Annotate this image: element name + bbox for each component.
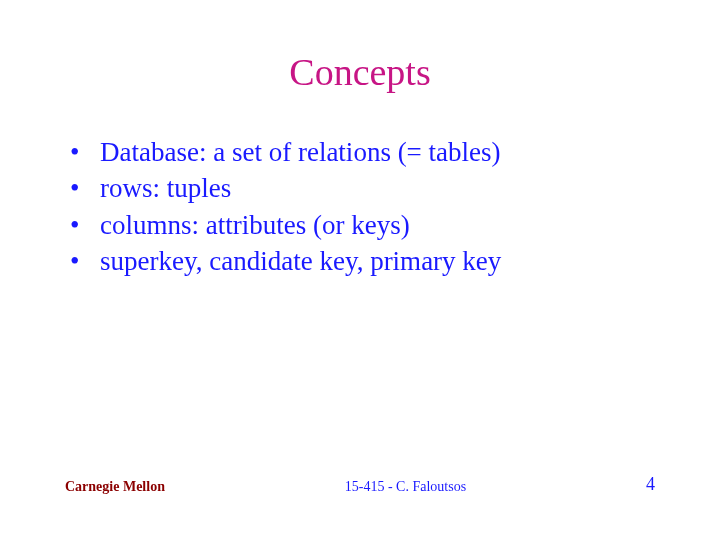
footer-org: Carnegie Mellon [65, 479, 165, 495]
slide-content: Database: a set of relations (= tables) … [60, 134, 660, 474]
list-item: Database: a set of relations (= tables) [70, 134, 660, 170]
list-item: columns: attributes (or keys) [70, 207, 660, 243]
slide: Concepts Database: a set of relations (=… [0, 0, 720, 540]
list-item: rows: tuples [70, 170, 660, 206]
bullet-list: Database: a set of relations (= tables) … [60, 134, 660, 280]
list-item: superkey, candidate key, primary key [70, 243, 660, 279]
slide-number: 4 [646, 474, 655, 495]
slide-title: Concepts [60, 50, 660, 94]
footer-course: 15-415 - C. Faloutsos [345, 479, 466, 495]
slide-footer: Carnegie Mellon 15-415 - C. Faloutsos 4 [60, 474, 660, 500]
